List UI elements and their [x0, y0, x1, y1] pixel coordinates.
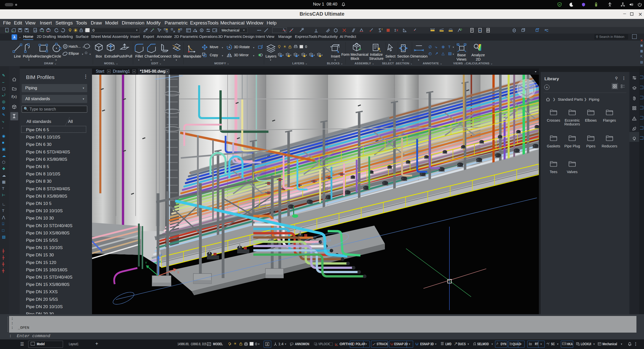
- svg-text:X: X: [177, 271, 179, 274]
- svg-text:Y: Y: [145, 261, 147, 265]
- svg-text:Z: Z: [160, 253, 162, 257]
